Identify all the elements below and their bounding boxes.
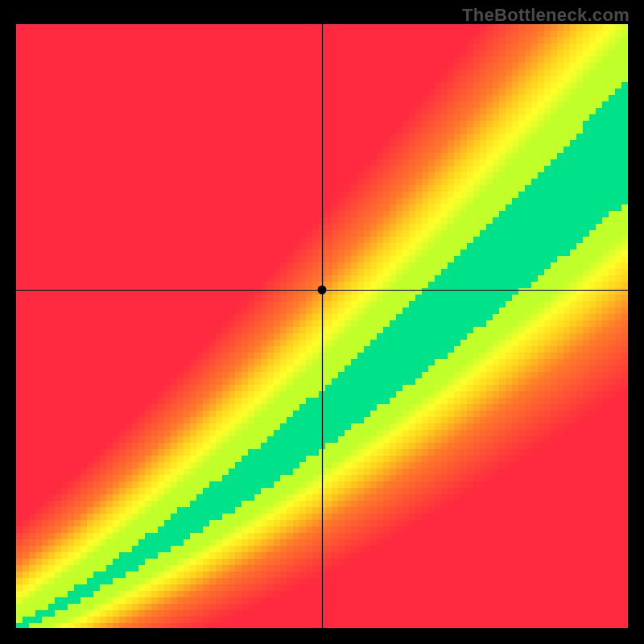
watermark-text: TheBottleneck.com — [462, 5, 630, 26]
chart-frame: TheBottleneck.com — [0, 0, 644, 644]
bottleneck-heatmap — [16, 24, 628, 628]
